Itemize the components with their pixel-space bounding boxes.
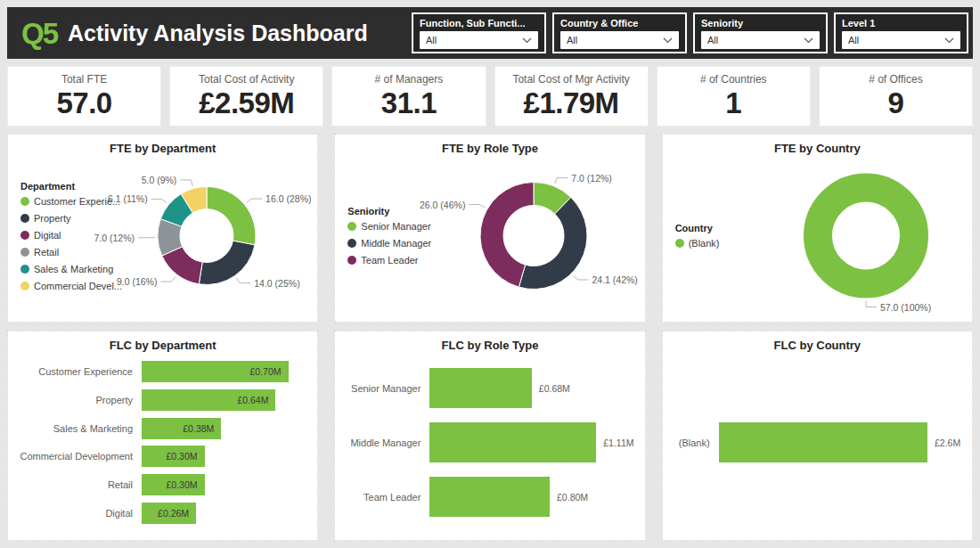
q5-logo: Q5 — [21, 19, 57, 48]
filter-country-office: Country & Office All — [552, 12, 687, 53]
category-label: Property — [15, 395, 142, 405]
bar[interactable]: £0.26M — [142, 503, 196, 524]
filter-seniority-dropdown[interactable]: All — [701, 31, 820, 49]
legend-color-dot — [20, 248, 29, 257]
donut-chart-fte-by-department: DepartmentCustomer Experie...PropertyDig… — [15, 155, 310, 316]
bar-row: Senior Manager£0.68M — [342, 368, 632, 408]
bar-chart-flc-by-role-type: Senior Manager£0.68MMiddle Manager£1.11M… — [342, 352, 637, 535]
dashboard-title: Activity Analysis Dashboard — [68, 20, 368, 46]
donut-data-label: 16.0 (28%) — [265, 193, 311, 204]
kpi-value: 9 — [820, 86, 972, 120]
legend-label: Retail — [34, 247, 59, 258]
bar-track: £0.26M — [142, 503, 305, 524]
label-leader-line — [247, 199, 262, 202]
label-leader-line — [866, 301, 877, 307]
bar-track: £0.80M — [429, 477, 632, 517]
filter-level1: Level 1 All — [834, 12, 968, 53]
label-leader-line — [180, 180, 192, 186]
legend-item[interactable]: (Blank) — [675, 238, 777, 249]
chart-card-flc-by-department: FLC by Department Customer Experience£0.… — [7, 331, 318, 541]
chart-title: FTE by Role Type — [342, 142, 637, 155]
donut-plot: 7.0 (12%)24.1 (42%)26.0 (46%) — [449, 155, 637, 316]
bar-value-label: £0.26M — [158, 508, 189, 519]
dropdown-selected-value: All — [426, 35, 522, 45]
chevron-down-icon — [663, 37, 673, 44]
bar-row: (Blank)£2.6M — [670, 422, 960, 462]
chart-card-fte-by-country: FTE by Country Country(Blank)57.0 (100%) — [662, 134, 973, 323]
bar-track: £0.70M — [142, 361, 305, 382]
bar-value-label: £0.38M — [183, 423, 214, 434]
bar[interactable] — [429, 422, 596, 462]
legend-item[interactable]: Retail — [20, 247, 131, 258]
donut-data-label: 9.0 (16%) — [117, 276, 158, 287]
label-leader-line — [151, 199, 167, 202]
bar[interactable] — [429, 368, 532, 408]
legend-color-dot — [20, 214, 29, 223]
charts-grid: FTE by Department DepartmentCustomer Exp… — [7, 134, 973, 541]
kpi-label: Total Cost of Activity — [170, 73, 323, 86]
bar[interactable]: £0.64M — [142, 389, 275, 411]
donut-slice[interactable] — [818, 188, 914, 284]
category-label: (Blank) — [670, 438, 719, 448]
kpi-card-num-managers: # of Managers 31.1 — [331, 66, 486, 127]
kpi-card-total-cost-mgr-activity: Total Cost of Mgr Activity £1.79M — [494, 66, 649, 127]
bar[interactable] — [719, 422, 927, 462]
bar-track: £0.68M — [429, 368, 632, 408]
bar[interactable]: £0.38M — [142, 418, 221, 439]
legend-item[interactable]: Sales & Marketing — [20, 264, 131, 274]
legend-item[interactable]: Senior Manager — [347, 221, 449, 232]
chart-card-fte-by-department: FTE by Department DepartmentCustomer Exp… — [7, 134, 318, 323]
bar[interactable]: £0.30M — [142, 474, 205, 495]
bar[interactable]: £0.30M — [142, 446, 205, 467]
chart-title: FLC by Country — [670, 339, 965, 352]
donut-data-label: 7.0 (12%) — [94, 233, 135, 243]
bar-track: £0.38M — [142, 418, 305, 439]
dropdown-selected-value: All — [707, 35, 804, 45]
legend-item[interactable]: Commercial Devel... — [20, 281, 131, 291]
bar-chart-flc-by-country: (Blank)£2.6M — [670, 352, 965, 535]
legend-item[interactable]: Team Leader — [347, 255, 449, 266]
category-label: Senior Manager — [342, 383, 429, 394]
chart-card-flc-by-role-type: FLC by Role Type Senior Manager£0.68MMid… — [334, 331, 645, 541]
filter-level1-dropdown[interactable]: All — [842, 31, 960, 49]
category-label: Team Leader — [342, 492, 429, 503]
donut-chart-fte-by-country: Country(Blank)57.0 (100%) — [670, 155, 965, 316]
donut-slice[interactable] — [207, 187, 256, 245]
bar[interactable] — [429, 477, 550, 517]
bar[interactable]: £0.70M — [142, 361, 289, 382]
legend-label: Sales & Marketing — [34, 264, 113, 274]
kpi-card-total-fte: Total FTE 57.0 — [7, 66, 161, 127]
filter-country-dropdown[interactable]: All — [560, 31, 679, 49]
legend-label: Property — [34, 213, 71, 224]
bar-row: Retail£0.30M — [15, 474, 305, 495]
label-leader-line — [574, 275, 589, 280]
legend-color-dot — [347, 256, 356, 265]
bar-track: £2.6M — [719, 422, 960, 462]
filter-function-dropdown[interactable]: All — [420, 31, 538, 49]
donut-data-label: 5.0 (9%) — [142, 175, 177, 185]
bar-value-label: £0.68M — [539, 383, 570, 394]
kpi-card-num-offices: # of Offices 9 — [819, 66, 973, 127]
donut-data-label: 14.0 (25%) — [254, 278, 299, 289]
filter-bar: Function, Sub Functi... All Country & Of… — [412, 12, 968, 53]
label-leader-line — [555, 178, 568, 184]
legend-label: Digital — [34, 230, 61, 241]
kpi-value: £1.79M — [495, 86, 648, 120]
donut-plot: 16.0 (28%)14.0 (25%)9.0 (16%)7.0 (12%)6.… — [131, 155, 310, 316]
kpi-value: 57.0 — [8, 86, 160, 120]
chart-card-flc-by-country: FLC by Country (Blank)£2.6M — [662, 331, 973, 541]
donut-slice[interactable] — [199, 241, 255, 284]
legend-item[interactable]: Middle Manager — [347, 238, 449, 249]
donut-data-label: 24.1 (42%) — [592, 274, 638, 285]
bar-value-label: £0.80M — [557, 492, 588, 503]
legend-item[interactable]: Property — [20, 213, 131, 224]
legend-label: (Blank) — [689, 238, 720, 249]
legend-color-dot — [20, 231, 29, 240]
bar-row: Customer Experience£0.70M — [15, 361, 305, 382]
kpi-value: 31.1 — [332, 86, 485, 120]
kpi-value: 1 — [657, 86, 810, 120]
donut-data-label: 57.0 (100%) — [880, 302, 931, 313]
legend-title: Country — [675, 223, 777, 233]
chevron-down-icon — [804, 37, 813, 44]
donut-data-label: 26.0 (46%) — [420, 200, 465, 210]
